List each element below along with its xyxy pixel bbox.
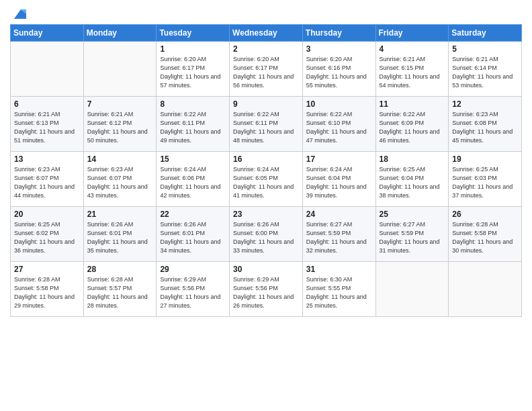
calendar-cell: 22Sunrise: 6:26 AMSunset: 6:01 PMDayligh…	[157, 207, 230, 262]
day-number: 27	[14, 265, 80, 274]
day-info: Sunrise: 6:25 AMSunset: 6:02 PMDaylight:…	[14, 220, 80, 255]
day-number: 6	[14, 99, 80, 109]
calendar-cell: 31Sunrise: 6:30 AMSunset: 5:55 PMDayligh…	[302, 262, 375, 317]
day-info: Sunrise: 6:21 AMSunset: 6:13 PMDaylight:…	[14, 110, 80, 145]
calendar-cell	[449, 262, 522, 317]
calendar-cell: 1Sunrise: 6:20 AMSunset: 6:17 PMDaylight…	[157, 42, 230, 97]
day-number: 1	[160, 44, 226, 54]
calendar-cell: 4Sunrise: 6:21 AMSunset: 6:15 PMDaylight…	[375, 42, 449, 97]
weekday-header-sunday: Sunday	[11, 25, 84, 42]
day-number: 21	[87, 210, 153, 219]
day-info: Sunrise: 6:23 AMSunset: 6:07 PMDaylight:…	[14, 165, 80, 200]
day-info: Sunrise: 6:29 AMSunset: 5:56 PMDaylight:…	[233, 275, 299, 310]
calendar-cell: 16Sunrise: 6:24 AMSunset: 6:05 PMDayligh…	[230, 152, 303, 207]
day-number: 5	[452, 44, 518, 54]
day-number: 7	[87, 99, 153, 109]
calendar-cell: 8Sunrise: 6:22 AMSunset: 6:11 PMDaylight…	[157, 97, 230, 152]
day-number: 25	[380, 210, 445, 219]
calendar-cell: 11Sunrise: 6:22 AMSunset: 6:09 PMDayligh…	[375, 97, 449, 152]
logo	[10, 7, 26, 19]
day-info: Sunrise: 6:21 AMSunset: 6:14 PMDaylight:…	[452, 55, 518, 90]
day-info: Sunrise: 6:24 AMSunset: 6:04 PMDaylight:…	[306, 165, 372, 200]
day-number: 28	[87, 265, 153, 274]
day-number: 8	[160, 99, 226, 109]
calendar-cell: 28Sunrise: 6:28 AMSunset: 5:57 PMDayligh…	[83, 262, 157, 317]
calendar-cell: 12Sunrise: 6:23 AMSunset: 6:08 PMDayligh…	[449, 97, 522, 152]
calendar-cell: 25Sunrise: 6:27 AMSunset: 5:59 PMDayligh…	[375, 207, 449, 262]
calendar-cell: 30Sunrise: 6:29 AMSunset: 5:56 PMDayligh…	[230, 262, 303, 317]
calendar-cell: 15Sunrise: 6:24 AMSunset: 6:06 PMDayligh…	[157, 152, 230, 207]
day-number: 13	[14, 154, 80, 164]
day-number: 30	[233, 265, 299, 274]
page: SundayMondayTuesdayWednesdayThursdayFrid…	[0, 0, 532, 411]
day-info: Sunrise: 6:27 AMSunset: 5:59 PMDaylight:…	[306, 220, 372, 255]
weekday-header-thursday: Thursday	[302, 25, 375, 42]
day-info: Sunrise: 6:25 AMSunset: 6:03 PMDaylight:…	[452, 165, 518, 200]
header	[10, 7, 522, 19]
day-info: Sunrise: 6:23 AMSunset: 6:08 PMDaylight:…	[452, 110, 518, 145]
day-info: Sunrise: 6:26 AMSunset: 6:01 PMDaylight:…	[160, 220, 226, 255]
day-number: 10	[306, 99, 372, 109]
calendar-cell: 23Sunrise: 6:26 AMSunset: 6:00 PMDayligh…	[230, 207, 303, 262]
day-info: Sunrise: 6:30 AMSunset: 5:55 PMDaylight:…	[306, 275, 372, 310]
day-number: 16	[233, 154, 299, 164]
day-number: 3	[306, 44, 372, 54]
calendar-cell: 27Sunrise: 6:28 AMSunset: 5:58 PMDayligh…	[11, 262, 84, 317]
day-number: 31	[306, 265, 372, 274]
day-info: Sunrise: 6:29 AMSunset: 5:56 PMDaylight:…	[160, 275, 226, 310]
weekday-header-tuesday: Tuesday	[157, 25, 230, 42]
day-info: Sunrise: 6:21 AMSunset: 6:15 PMDaylight:…	[380, 55, 445, 90]
calendar-cell: 17Sunrise: 6:24 AMSunset: 6:04 PMDayligh…	[302, 152, 375, 207]
calendar-table: SundayMondayTuesdayWednesdayThursdayFrid…	[10, 24, 522, 317]
calendar-cell: 21Sunrise: 6:26 AMSunset: 6:01 PMDayligh…	[83, 207, 157, 262]
day-info: Sunrise: 6:26 AMSunset: 6:01 PMDaylight:…	[87, 220, 153, 255]
day-info: Sunrise: 6:22 AMSunset: 6:11 PMDaylight:…	[160, 110, 226, 145]
day-number: 15	[160, 154, 226, 164]
day-number: 17	[306, 154, 372, 164]
calendar-week-4: 20Sunrise: 6:25 AMSunset: 6:02 PMDayligh…	[11, 207, 522, 262]
day-number: 24	[306, 210, 372, 219]
calendar-cell	[375, 262, 449, 317]
day-number: 9	[233, 99, 299, 109]
day-number: 22	[160, 210, 226, 219]
calendar-cell: 13Sunrise: 6:23 AMSunset: 6:07 PMDayligh…	[11, 152, 84, 207]
calendar-week-5: 27Sunrise: 6:28 AMSunset: 5:58 PMDayligh…	[11, 262, 522, 317]
day-number: 14	[87, 154, 153, 164]
day-number: 23	[233, 210, 299, 219]
day-info: Sunrise: 6:28 AMSunset: 5:57 PMDaylight:…	[87, 275, 153, 310]
day-number: 19	[452, 154, 518, 164]
calendar-cell: 29Sunrise: 6:29 AMSunset: 5:56 PMDayligh…	[157, 262, 230, 317]
day-info: Sunrise: 6:28 AMSunset: 5:58 PMDaylight:…	[14, 275, 80, 310]
day-number: 11	[380, 99, 445, 109]
calendar-cell	[11, 42, 84, 97]
day-number: 4	[380, 44, 445, 54]
day-info: Sunrise: 6:20 AMSunset: 6:17 PMDaylight:…	[233, 55, 299, 90]
calendar-header-row: SundayMondayTuesdayWednesdayThursdayFrid…	[11, 25, 522, 42]
logo-icon	[11, 7, 26, 21]
calendar-cell: 7Sunrise: 6:21 AMSunset: 6:12 PMDaylight…	[83, 97, 157, 152]
day-info: Sunrise: 6:21 AMSunset: 6:12 PMDaylight:…	[87, 110, 153, 145]
day-info: Sunrise: 6:24 AMSunset: 6:06 PMDaylight:…	[160, 165, 226, 200]
day-info: Sunrise: 6:25 AMSunset: 6:04 PMDaylight:…	[380, 165, 445, 200]
weekday-header-friday: Friday	[375, 25, 449, 42]
day-info: Sunrise: 6:28 AMSunset: 5:58 PMDaylight:…	[452, 220, 518, 255]
day-info: Sunrise: 6:20 AMSunset: 6:17 PMDaylight:…	[160, 55, 226, 90]
calendar-cell: 20Sunrise: 6:25 AMSunset: 6:02 PMDayligh…	[11, 207, 84, 262]
weekday-header-monday: Monday	[83, 25, 157, 42]
calendar-cell: 6Sunrise: 6:21 AMSunset: 6:13 PMDaylight…	[11, 97, 84, 152]
calendar-cell: 14Sunrise: 6:23 AMSunset: 6:07 PMDayligh…	[83, 152, 157, 207]
calendar-cell: 24Sunrise: 6:27 AMSunset: 5:59 PMDayligh…	[302, 207, 375, 262]
calendar-cell: 19Sunrise: 6:25 AMSunset: 6:03 PMDayligh…	[449, 152, 522, 207]
day-info: Sunrise: 6:24 AMSunset: 6:05 PMDaylight:…	[233, 165, 299, 200]
day-info: Sunrise: 6:26 AMSunset: 6:00 PMDaylight:…	[233, 220, 299, 255]
calendar-cell: 26Sunrise: 6:28 AMSunset: 5:58 PMDayligh…	[449, 207, 522, 262]
day-number: 12	[452, 99, 518, 109]
calendar-week-2: 6Sunrise: 6:21 AMSunset: 6:13 PMDaylight…	[11, 97, 522, 152]
calendar-cell: 10Sunrise: 6:22 AMSunset: 6:10 PMDayligh…	[302, 97, 375, 152]
calendar-week-3: 13Sunrise: 6:23 AMSunset: 6:07 PMDayligh…	[11, 152, 522, 207]
calendar-cell	[83, 42, 157, 97]
day-number: 29	[160, 265, 226, 274]
calendar-cell: 5Sunrise: 6:21 AMSunset: 6:14 PMDaylight…	[449, 42, 522, 97]
calendar-cell: 9Sunrise: 6:22 AMSunset: 6:11 PMDaylight…	[230, 97, 303, 152]
day-info: Sunrise: 6:22 AMSunset: 6:09 PMDaylight:…	[380, 110, 445, 145]
